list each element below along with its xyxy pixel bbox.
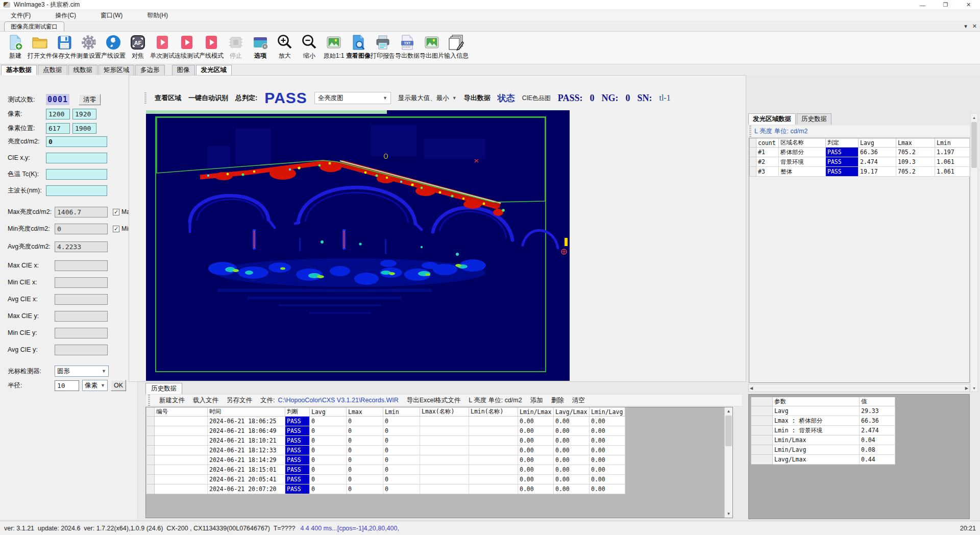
tab-list-dropdown-icon[interactable]: ▾ [964, 23, 967, 30]
region-table-hscrollbar[interactable]: ◀ ▶ [748, 384, 970, 392]
history-row[interactable]: 2024-06-21 18:06:25 PASS 0 0 0 0.00 0.00… [146, 417, 625, 426]
pixels-y-field[interactable]: 1920 [72, 109, 96, 119]
param-row[interactable]: Lmin : 背景环境 2.474 [751, 426, 895, 435]
tab-basic-data[interactable]: 基本数据 [1, 65, 37, 75]
tab-image[interactable]: 图像 [172, 65, 195, 75]
region-row[interactable]: #2 背景环境 PASS 2.474 109.3 1.061 [750, 157, 970, 167]
max-lum-field[interactable]: 1406.7 [55, 207, 108, 217]
zoom-in-button[interactable]: 放大 [273, 33, 297, 60]
color-temp-field[interactable] [46, 169, 107, 180]
pixel-pos-x-field[interactable]: 617 [46, 123, 70, 134]
tab-point-data[interactable]: 点数据 [38, 65, 67, 75]
minimize-button[interactable]: — [911, 0, 934, 10]
history-row[interactable]: 2024-06-21 18:10:21 PASS 0 0 0 0.00 0.00… [146, 436, 625, 446]
single-test-button[interactable]: 单次测试 [150, 33, 175, 60]
tab-light-region-data[interactable]: 发光区域数据 [748, 113, 796, 125]
param-row[interactable]: Lmin/Lmax 0.04 [751, 435, 895, 445]
menu-help[interactable]: 帮助(H) [139, 11, 176, 20]
scroll-down-icon[interactable]: ▼ [971, 384, 977, 392]
min-lum-field[interactable]: 0 [55, 224, 108, 234]
history-row[interactable]: 2024-06-21 20:05:41 PASS 0 0 0 0.00 0.00… [146, 475, 625, 484]
param-row[interactable]: Lmax : 桥体部分 66.36 [751, 416, 895, 426]
display-max-min-select[interactable]: 显示最大值、最小▼ [398, 94, 457, 103]
image-mode-select[interactable]: 全亮度图▼ [314, 92, 391, 104]
open-file-button[interactable]: 打开文件 [28, 33, 52, 60]
clear-button[interactable]: 清空 [572, 396, 585, 405]
tab-line-data[interactable]: 线数据 [68, 65, 98, 75]
menu-operate[interactable]: 操作(C) [47, 11, 84, 20]
luminance-image[interactable] [146, 110, 570, 381]
export-data-button[interactable]: 导出数据 [464, 93, 491, 103]
history-scrollbar[interactable]: ▲ ▼ [724, 407, 732, 518]
cie-chart-button[interactable]: CIE色品图 [522, 94, 551, 103]
tab-light-region[interactable]: 发光区域 [196, 65, 232, 75]
stop-button[interactable]: 停止 [224, 33, 248, 60]
region-row[interactable]: #1 桥体部分 PASS 66.36 705.2 1.197 [750, 148, 970, 157]
history-row[interactable]: 2024-06-21 18:15:01 PASS 0 0 0 0.00 0.00… [146, 465, 625, 475]
continuous-test-button[interactable]: 连续测试 [175, 33, 199, 60]
min-checkbox[interactable]: ✓ [113, 226, 119, 232]
focus-button[interactable]: AF 对焦 [126, 33, 150, 60]
new-button[interactable]: 新建 [3, 33, 28, 60]
region-row[interactable]: #3 整体 PASS 19.17 705.2 1.061 [750, 167, 970, 177]
max-checkbox[interactable]: ✓ [113, 209, 119, 215]
scroll-right-icon[interactable]: ▶ [965, 386, 968, 391]
line-settings-button[interactable]: 产线设置 [101, 33, 126, 60]
luminance-field[interactable]: 0 [46, 136, 107, 147]
cie-stat-field[interactable] [55, 328, 108, 338]
param-row[interactable]: Lavg/Lmax 0.44 [751, 455, 895, 465]
zoom-out-button[interactable]: 缩小 [297, 33, 322, 60]
avg-lum-field[interactable]: 4.2233 [55, 241, 108, 252]
cie-stat-field[interactable] [55, 294, 108, 305]
clear-count-button[interactable]: 清零 [79, 94, 101, 105]
scroll-up-icon[interactable]: ▲ [725, 407, 732, 415]
pixel-pos-y-field[interactable]: 1900 [72, 123, 96, 134]
history-row[interactable]: 2024-06-21 18:12:33 PASS 0 0 0 0.00 0.00… [146, 446, 625, 455]
tab-rect-region[interactable]: 矩形区域 [99, 65, 134, 75]
export-image-button[interactable]: 导出图片 [420, 33, 444, 60]
add-button[interactable]: 添加 [530, 396, 543, 405]
tab-close-icon[interactable]: ✕ [972, 23, 977, 30]
print-report-button[interactable]: 打印报告 [371, 33, 395, 60]
view-image-button[interactable]: 查看图像 [346, 33, 371, 60]
auto-detect-button[interactable]: 一键自动识别 [188, 93, 228, 103]
scroll-down-icon[interactable]: ▼ [725, 510, 732, 518]
history-row[interactable]: 2024-06-21 18:14:29 PASS 0 0 0 0.00 0.00… [146, 455, 625, 465]
save-as-button[interactable]: 另存文件 [227, 396, 252, 405]
radius-ok-button[interactable]: OK [111, 380, 126, 391]
original-1to1-button[interactable]: 原始1:1 [322, 33, 346, 60]
scroll-left-icon[interactable]: ◀ [750, 386, 753, 391]
view-region-button[interactable]: 查看区域 [155, 93, 181, 103]
right-panel-scrollbar[interactable]: ▲ ▼ [970, 113, 978, 392]
menu-file[interactable]: 文件(F) [3, 11, 38, 20]
radius-unit-select[interactable]: 像素▼ [82, 380, 108, 391]
tab-image-luminance-test[interactable]: 图像亮度测试窗口 [4, 21, 64, 31]
load-file-button[interactable]: 载入文件 [193, 396, 218, 405]
export-data-button[interactable]: TXT 导出数据 [395, 33, 420, 60]
history-row[interactable]: 2024-06-21 20:07:20 PASS 0 0 0 0.00 0.00… [146, 484, 625, 494]
new-file-button[interactable]: 新建文件 [159, 396, 185, 405]
maximize-button[interactable]: ❐ [934, 0, 957, 10]
history-row[interactable]: 2024-06-21 18:06:49 PASS 0 0 0 0.00 0.00… [146, 426, 625, 436]
cie-stat-field[interactable] [55, 311, 108, 322]
close-button[interactable]: ✕ [957, 0, 980, 10]
tab-history-data-right[interactable]: 历史数据 [797, 113, 831, 125]
radius-field[interactable]: 10 [55, 380, 79, 391]
cie-stat-field[interactable] [55, 260, 108, 271]
options-button[interactable]: 选项 [248, 33, 273, 60]
menu-window[interactable]: 窗口(W) [93, 11, 130, 20]
wavelength-field[interactable] [46, 185, 107, 196]
cie-xy-field[interactable] [46, 153, 107, 163]
line-mode-button[interactable]: 产线模式 [199, 33, 224, 60]
cie-stat-field[interactable] [55, 277, 108, 288]
tab-history-data[interactable]: 历史数据 [145, 383, 182, 394]
status-button[interactable]: 状态 [498, 92, 515, 104]
scroll-up-icon[interactable]: ▲ [971, 114, 977, 121]
input-info-button[interactable]: 输入信息 [444, 33, 469, 60]
cie-stat-field[interactable] [55, 345, 108, 355]
export-excel-button[interactable]: 导出Excel格式文件 [407, 396, 461, 405]
param-row[interactable]: Lmin/Lavg 0.08 [751, 445, 895, 455]
delete-button[interactable]: 删除 [551, 396, 564, 405]
measure-settings-button[interactable]: 测量设置 [77, 33, 101, 60]
pixels-x-field[interactable]: 1200 [46, 109, 70, 119]
